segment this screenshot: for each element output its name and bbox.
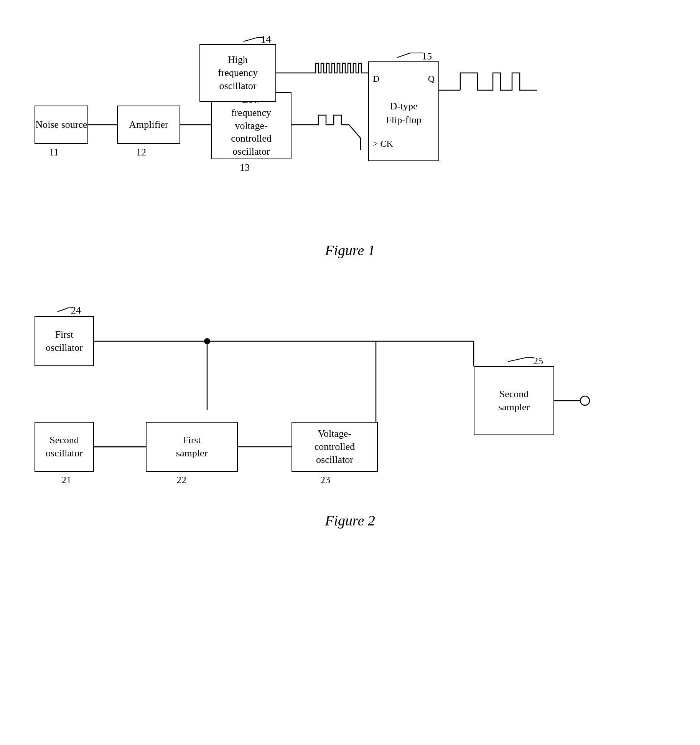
page: Noise source 11 Amplifier 12 Low frequen… bbox=[0, 0, 700, 745]
first-oscillator-label: 24 bbox=[71, 305, 81, 316]
d-port-label: D bbox=[373, 73, 379, 85]
svg-line-8 bbox=[397, 53, 410, 58]
figure2-container: Firstoscillator 24 Secondoscillator 21 F… bbox=[23, 282, 677, 504]
amplifier-block: Amplifier bbox=[117, 106, 180, 144]
first-sampler-block: Firstsampler bbox=[146, 422, 238, 472]
svg-line-6 bbox=[244, 38, 257, 41]
figure1-label: Figure 1 bbox=[23, 242, 677, 259]
figure1-container: Noise source 11 Amplifier 12 Low frequen… bbox=[23, 23, 677, 238]
hf-osc-label: 14 bbox=[261, 34, 271, 45]
noise-source-block: Noise source bbox=[35, 106, 88, 144]
lf-vco-block: Low frequency voltage- controlled oscill… bbox=[211, 92, 292, 159]
first-oscillator-block: Firstoscillator bbox=[35, 316, 94, 366]
q-port-label: Q bbox=[428, 73, 435, 85]
second-oscillator-block: Secondoscillator bbox=[35, 422, 94, 472]
second-sampler-block: Secondsampler bbox=[474, 366, 554, 435]
amplifier-label: 12 bbox=[136, 147, 146, 158]
noise-source-label: 11 bbox=[49, 147, 59, 158]
svg-point-20 bbox=[580, 396, 590, 405]
ck-port-label: > CK bbox=[373, 138, 393, 150]
hf-osc-block: High frequency oscillator bbox=[199, 44, 276, 102]
first-sampler-label: 22 bbox=[176, 474, 186, 486]
flipflop-block: D Q D-typeFlip-flop > CK bbox=[368, 61, 439, 161]
second-oscillator-label: 21 bbox=[61, 474, 71, 486]
vco-label: 23 bbox=[320, 474, 330, 486]
second-sampler-label: 25 bbox=[533, 355, 543, 367]
lf-vco-label: 13 bbox=[240, 162, 250, 173]
flipflop-label: 15 bbox=[422, 51, 432, 62]
svg-point-11 bbox=[204, 338, 210, 344]
vco-block: Voltage-controlledoscillator bbox=[292, 422, 378, 472]
figure2-label: Figure 2 bbox=[23, 512, 677, 529]
svg-line-21 bbox=[58, 308, 68, 312]
svg-line-23 bbox=[508, 358, 525, 362]
